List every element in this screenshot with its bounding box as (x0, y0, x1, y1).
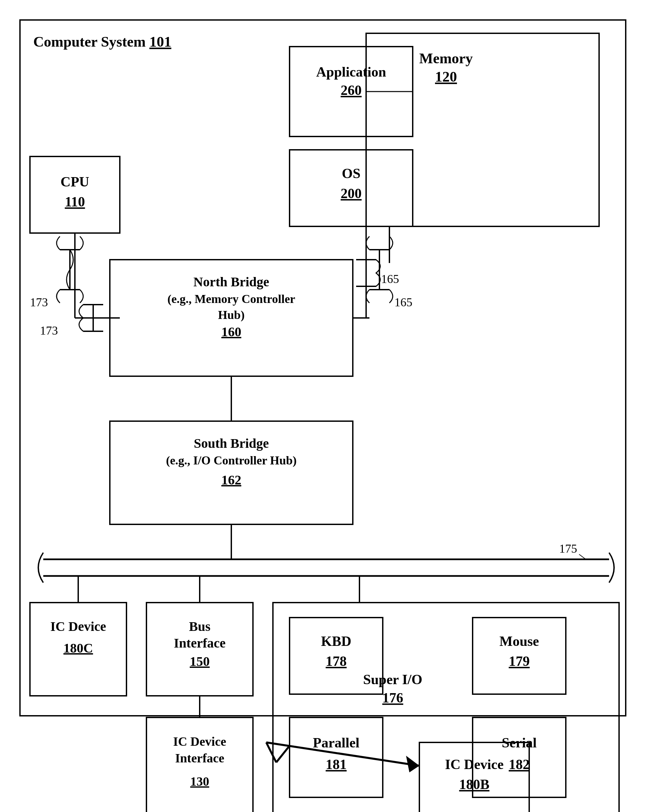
svg-rect-57 (273, 603, 619, 812)
svg-text:North Bridge: North Bridge (193, 274, 269, 289)
svg-text:Computer System 101: Computer System 101 (33, 34, 171, 50)
svg-rect-47 (146, 603, 253, 696)
svg-text:130: 130 (190, 774, 209, 788)
page: { "diagram": { "computer_system": { "lab… (0, 0, 662, 812)
svg-line-77 (266, 743, 276, 762)
svg-text:Application: Application (316, 64, 386, 80)
svg-text:IC Device: IC Device (173, 735, 226, 748)
svg-text:176: 176 (382, 690, 403, 706)
svg-text:CPU: CPU (61, 174, 89, 190)
svg-text:173: 173 (40, 324, 58, 337)
svg-rect-64 (472, 617, 566, 694)
svg-text:173: 173 (30, 296, 48, 309)
svg-text:Hub): Hub) (218, 308, 245, 322)
svg-text:Memory: Memory (419, 50, 472, 67)
svg-text:(e.g., I/O Controller Hub): (e.g., I/O Controller Hub) (166, 454, 297, 467)
svg-text:162: 162 (221, 473, 241, 487)
svg-rect-11 (30, 156, 120, 233)
svg-text:Interface: Interface (175, 751, 224, 765)
svg-text:165: 165 (394, 296, 412, 309)
svg-text:120: 120 (435, 69, 457, 85)
svg-text:182: 182 (509, 757, 530, 772)
svg-line-76 (266, 743, 419, 766)
svg-rect-43 (30, 603, 127, 696)
svg-text:Interface: Interface (174, 635, 225, 651)
svg-rect-73 (419, 743, 529, 812)
svg-text:Super I/O: Super I/O (363, 672, 423, 687)
svg-text:150: 150 (190, 654, 210, 669)
svg-text:IC Device: IC Device (50, 619, 106, 634)
svg-text:Parallel: Parallel (313, 735, 360, 751)
svg-text:OS: OS (342, 166, 360, 181)
svg-rect-14 (110, 260, 353, 376)
svg-text:Serial: Serial (502, 735, 537, 751)
svg-text:260: 260 (341, 82, 362, 98)
svg-line-78 (276, 746, 289, 762)
svg-text:South Bridge: South Bridge (194, 436, 269, 451)
svg-rect-5 (289, 47, 413, 137)
svg-line-41 (579, 554, 586, 559)
svg-text:IC Device: IC Device (445, 757, 504, 772)
svg-text:165: 165 (381, 272, 399, 286)
svg-rect-67 (289, 717, 383, 798)
svg-text:Mouse: Mouse (500, 634, 539, 649)
svg-rect-52 (146, 717, 253, 812)
svg-text:200: 200 (341, 186, 362, 201)
svg-text:179: 179 (509, 654, 530, 669)
svg-text:175: 175 (559, 542, 577, 555)
svg-text:(e.g., Memory Controller: (e.g., Memory Controller (167, 292, 295, 306)
svg-text:180C: 180C (64, 640, 93, 656)
svg-rect-8 (289, 150, 413, 227)
svg-text:110: 110 (65, 194, 85, 209)
svg-text:181: 181 (326, 757, 347, 772)
svg-text:160: 160 (221, 324, 241, 339)
svg-text:178: 178 (326, 654, 347, 669)
svg-rect-61 (289, 617, 383, 694)
svg-text:Bus: Bus (189, 619, 210, 634)
svg-rect-70 (472, 717, 566, 798)
svg-marker-79 (406, 756, 419, 772)
svg-rect-2 (366, 33, 599, 227)
diagram-svg: Computer System 101 Memory 120 Applicati… (0, 0, 662, 812)
svg-text:180B: 180B (459, 777, 489, 792)
svg-rect-0 (20, 20, 626, 716)
svg-text:KBD: KBD (321, 634, 351, 649)
svg-rect-19 (110, 421, 353, 524)
